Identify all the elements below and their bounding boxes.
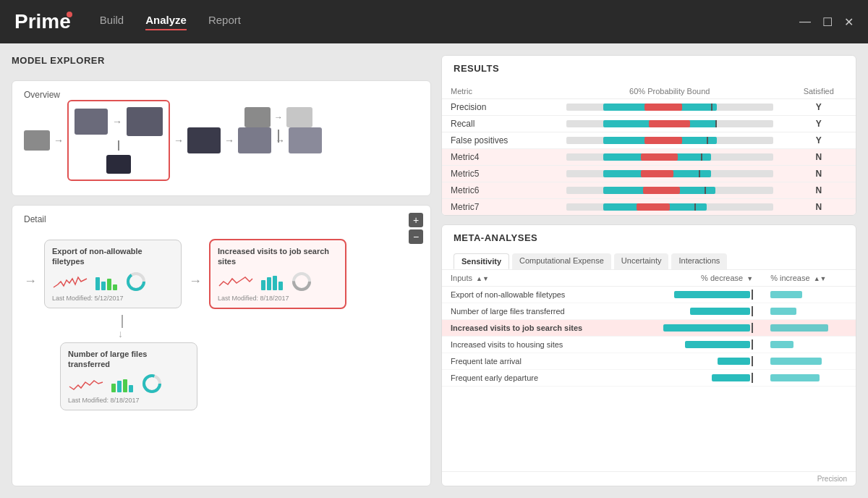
minimize-button[interactable]: —: [799, 15, 811, 29]
down-arrow-line: [122, 315, 123, 328]
sens-row: Number of large files transferred: [442, 303, 856, 320]
maximize-button[interactable]: ☐: [822, 15, 833, 29]
svg-rect-0: [95, 277, 100, 290]
result-bar-wrapper: [566, 203, 773, 211]
result-bar-red: [644, 104, 681, 111]
result-bar-cell: [558, 149, 782, 166]
titlebar: Prime Build Analyze Report — ☐ ✕: [0, 0, 868, 43]
result-metric: Metric6: [442, 182, 558, 199]
node-1-bar-chart: [94, 271, 120, 292]
node-card-2[interactable]: Increased visits to job search sites: [209, 239, 346, 309]
result-satisfied: N: [782, 149, 856, 166]
result-metric: Recall: [442, 116, 558, 132]
result-bar-cell: [558, 166, 782, 182]
result-bar-cell: [558, 116, 782, 132]
tab-analyze[interactable]: Analyze: [145, 14, 187, 30]
result-satisfied: Y: [782, 116, 856, 132]
meta-header: META-ANALYSES: [442, 225, 856, 249]
result-satisfied: Y: [782, 99, 856, 116]
svg-rect-7: [267, 277, 271, 290]
sens-decrease-cell: [628, 287, 762, 303]
flow-block-5: [238, 127, 271, 153]
tab-report[interactable]: Report: [208, 14, 241, 30]
node-3-title: Number of large files transferred: [68, 349, 190, 370]
sens-decrease-bar-wrapper: [637, 339, 753, 350]
zoom-in-button[interactable]: +: [409, 213, 423, 227]
sens-col-decrease: % decrease ▼: [628, 270, 762, 287]
sens-row: Increased visits to job search sites: [442, 320, 856, 337]
sens-decrease-bar: [674, 291, 750, 298]
detail-box: Detail + − → Export of non-allowable fil…: [12, 205, 431, 486]
result-metric: False positives: [442, 132, 558, 149]
results-row: Precision Y: [442, 99, 856, 116]
node-1-title: Export of non-allowable filetypes: [52, 246, 174, 267]
node-2-line-chart: [218, 271, 254, 292]
flow-block-bottom: [106, 155, 131, 174]
detail-flow: → Export of non-allowable filetypes: [24, 239, 419, 410]
meta-box: META-ANALYSES Sensitivity Computational …: [441, 224, 856, 486]
result-bar-line: [705, 187, 706, 194]
node-card-3[interactable]: Number of large files transferred: [60, 342, 197, 411]
sens-increase-bar: [770, 358, 822, 365]
svg-rect-8: [273, 276, 277, 290]
sens-increase-bar: [770, 291, 802, 298]
main-content: MODEL EXPLORER Overview →: [0, 43, 868, 498]
result-metric: Metric5: [442, 166, 558, 182]
sens-decrease-bar-wrapper: [637, 373, 753, 383]
sens-col-inputs: Inputs ▲▼: [442, 270, 628, 287]
svg-rect-3: [113, 284, 117, 290]
down-connector: [118, 140, 119, 151]
sens-increase-cell: [762, 337, 856, 353]
node-1-circle-chart: [126, 271, 146, 292]
down-arrow-icon: ↓: [118, 328, 123, 339]
results-row: Metric6 N: [442, 182, 856, 199]
sens-increase-cell: [762, 303, 856, 320]
close-button[interactable]: ✕: [844, 15, 854, 29]
app-window: Prime Build Analyze Report — ☐ ✕ MODEL E…: [0, 0, 868, 498]
sens-decrease-bar: [712, 374, 750, 381]
node-card-1[interactable]: Export of non-allowable filetypes: [44, 240, 182, 308]
result-bar-line: [694, 203, 696, 211]
tab-computational[interactable]: Computational Expense: [512, 253, 611, 269]
sensitivity-table: Inputs ▲▼ % decrease ▼ % increase ▲▼: [442, 270, 856, 471]
logo-dot: [67, 12, 72, 17]
node-3-line-chart: [68, 374, 104, 394]
result-satisfied: N: [782, 182, 856, 199]
results-title: RESULTS: [454, 63, 844, 74]
sens-center-line: [752, 323, 753, 333]
svg-rect-13: [117, 381, 122, 392]
app-logo: Prime: [14, 10, 71, 33]
result-bar-cell: [558, 199, 782, 216]
sens-col-increase: % increase ▲▼: [762, 270, 856, 287]
sens-input: Export of non-allowable filetypes: [442, 287, 628, 303]
node-2-circle-chart: [292, 271, 312, 292]
result-satisfied: N: [782, 199, 856, 216]
right-panel: RESULTS Metric 60% Probability Bound Sat…: [441, 55, 856, 486]
sort-icon-inputs[interactable]: ▲▼: [476, 275, 489, 282]
window-controls: — ☐ ✕: [799, 15, 854, 29]
result-metric: Metric7: [442, 199, 558, 216]
tab-uncertainty[interactable]: Uncertainty: [614, 253, 669, 269]
sens-row: Export of non-allowable filetypes: [442, 287, 856, 303]
result-bar-line: [701, 153, 702, 161]
sens-input: Frequent late arrival: [442, 353, 628, 370]
result-metric: Metric4: [442, 149, 558, 166]
sens-decrease-cell: [628, 303, 762, 320]
sort-icon-decrease[interactable]: ▼: [746, 275, 753, 282]
tab-sensitivity[interactable]: Sensitivity: [454, 253, 509, 269]
results-header: RESULTS: [442, 56, 856, 84]
overview-label: Overview: [24, 90, 419, 100]
tab-build[interactable]: Build: [100, 14, 124, 30]
sens-row: Frequent early departure: [442, 370, 856, 387]
result-metric: Precision: [442, 99, 558, 116]
node-3-circle-chart: [142, 374, 162, 394]
node-2-title: Increased visits to job search sites: [218, 246, 338, 267]
tab-interactions[interactable]: Interactions: [671, 253, 727, 269]
sens-increase-cell: [762, 370, 856, 387]
sens-input: Number of large files transferred: [442, 303, 628, 320]
node-3-modified: Last Modified: 8/18/2017: [68, 397, 190, 404]
result-bar-wrapper: [566, 104, 773, 111]
left-panel: MODEL EXPLORER Overview →: [12, 55, 431, 486]
detail-down-section: ↓ Number of large files transferred: [60, 315, 419, 411]
sort-icon-increase[interactable]: ▲▼: [814, 275, 827, 282]
